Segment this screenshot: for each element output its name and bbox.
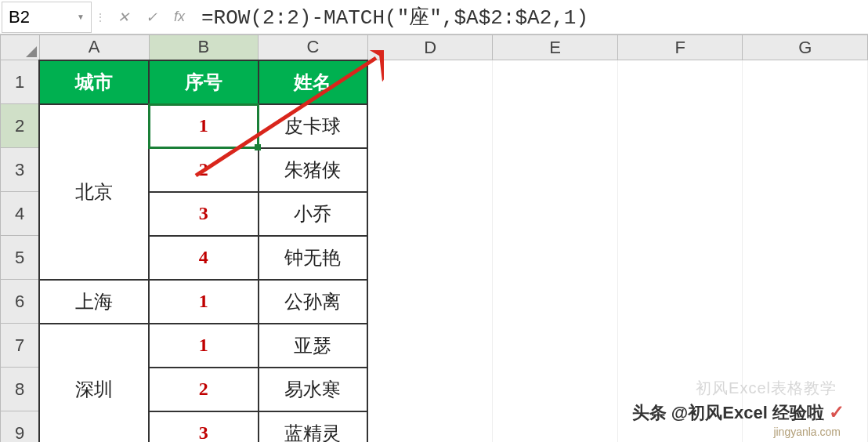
formula-bar: B2 ▼ ⋮ ✕ ✓ fx =ROW(2:2)-MATCH("座",$A$2:$… [0, 0, 868, 34]
row-header-5[interactable]: 5 [1, 236, 40, 280]
divider: ⋮ [93, 11, 107, 24]
col-header-D[interactable]: D [367, 35, 493, 60]
cell-seq[interactable]: 1 [149, 324, 259, 368]
cell-E5[interactable] [493, 236, 618, 280]
cell-F1[interactable] [617, 60, 743, 104]
cell-E6[interactable] [493, 280, 618, 324]
table-row: 2 北京 1 皮卡球 [1, 104, 868, 148]
col-header-F[interactable]: F [617, 35, 743, 60]
row-header-9[interactable]: 9 [1, 411, 40, 443]
cell-D2[interactable] [367, 104, 493, 148]
row-header-7[interactable]: 7 [1, 324, 40, 368]
cell-E2[interactable] [493, 104, 618, 148]
cell-B2-selected[interactable]: 1 [149, 104, 259, 148]
name-box[interactable]: B2 ▼ [2, 2, 92, 33]
cell-name[interactable]: 公孙离 [259, 280, 368, 324]
col-header-A[interactable]: A [39, 35, 149, 60]
cell-name[interactable]: 小乔 [259, 192, 368, 236]
cell-F2[interactable] [617, 104, 743, 148]
cell-F4[interactable] [617, 192, 743, 236]
cell-seq[interactable]: 4 [149, 236, 259, 280]
col-header-C[interactable]: C [259, 35, 368, 60]
cell-name[interactable]: 蓝精灵 [259, 411, 368, 443]
cell-D3[interactable] [367, 148, 493, 192]
cell-G4[interactable] [743, 192, 868, 236]
cell-E7[interactable] [493, 324, 618, 368]
cell-G5[interactable] [743, 236, 868, 280]
cell-G6[interactable] [743, 280, 868, 324]
cell-F7[interactable] [617, 324, 743, 368]
cell-F6[interactable] [617, 280, 743, 324]
fx-icon[interactable]: fx [170, 8, 189, 27]
cell-seq[interactable]: 3 [149, 411, 259, 443]
table-row: 6 上海 1 公孙离 [1, 280, 868, 324]
row-header-3[interactable]: 3 [1, 148, 40, 192]
watermark-3: jingyanla.com [773, 426, 841, 438]
cell-D9[interactable] [367, 411, 493, 443]
cell-seq[interactable]: 2 [149, 368, 259, 411]
cell-seq[interactable]: 3 [149, 192, 259, 236]
cell-D7[interactable] [367, 324, 493, 368]
formula-bar-buttons: ✕ ✓ fx [107, 8, 195, 27]
row-header-2[interactable]: 2 [1, 104, 40, 148]
watermark-2-text: 初风Excel 经验啦 [688, 403, 824, 422]
cell-seq[interactable]: 2 [149, 148, 259, 192]
cell-D5[interactable] [367, 236, 493, 280]
cell-name[interactable]: 易水寒 [259, 368, 368, 411]
cell-D1[interactable] [367, 60, 493, 104]
cell-city-beijing[interactable]: 北京 [39, 104, 149, 280]
watermark-2-prefix: 头条 @ [632, 403, 689, 422]
col-header-G[interactable]: G [743, 35, 868, 60]
watermark-1: 初风Excel表格教学 [696, 378, 837, 399]
row-header-1[interactable]: 1 [1, 60, 40, 104]
cell-F3[interactable] [617, 148, 743, 192]
cell-name[interactable]: 皮卡球 [259, 104, 368, 148]
cell-G2[interactable] [743, 104, 868, 148]
cell-G7[interactable] [743, 324, 868, 368]
select-all-corner[interactable] [1, 35, 40, 60]
col-header-E[interactable]: E [493, 35, 618, 60]
cell-city-shenzhen[interactable]: 深圳 [39, 324, 149, 443]
confirm-icon[interactable]: ✓ [142, 8, 161, 27]
chevron-down-icon[interactable]: ▼ [77, 13, 85, 21]
cell-G3[interactable] [743, 148, 868, 192]
cell-E3[interactable] [493, 148, 618, 192]
cell-E4[interactable] [493, 192, 618, 236]
cell-G1[interactable] [743, 60, 868, 104]
cell-E8[interactable] [493, 368, 618, 411]
cell-name[interactable]: 钟无艳 [259, 236, 368, 280]
watermark-2: 头条 @初风Excel 经验啦 ✓ [632, 401, 844, 425]
cell-E1[interactable] [493, 60, 618, 104]
header-name[interactable]: 姓名 [259, 60, 368, 104]
table-row: 7 深圳 1 亚瑟 [1, 324, 868, 368]
cancel-icon[interactable]: ✕ [114, 8, 132, 27]
formula-input[interactable]: =ROW(2:2)-MATCH("座",$A$2:$A2,1) [195, 2, 868, 33]
row-header-6[interactable]: 6 [1, 280, 40, 324]
check-icon: ✓ [829, 401, 844, 422]
cell-D4[interactable] [367, 192, 493, 236]
row-header-8[interactable]: 8 [1, 368, 40, 411]
header-city[interactable]: 城市 [39, 60, 149, 104]
name-box-value: B2 [9, 7, 30, 27]
row-header-4[interactable]: 4 [1, 192, 40, 236]
header-seq[interactable]: 序号 [149, 60, 259, 104]
cell-D6[interactable] [367, 280, 493, 324]
cell-D8[interactable] [367, 368, 493, 411]
cell-name[interactable]: 朱猪侠 [259, 148, 368, 192]
cell-F5[interactable] [617, 236, 743, 280]
column-headers-row: A B C D E F G [1, 35, 868, 60]
cell-E9[interactable] [493, 411, 618, 443]
cell-city-shanghai[interactable]: 上海 [39, 280, 149, 324]
cell-seq[interactable]: 1 [149, 280, 259, 324]
col-header-B[interactable]: B [149, 35, 259, 60]
cell-name[interactable]: 亚瑟 [259, 324, 368, 368]
table-row: 1 城市 序号 姓名 [1, 60, 868, 104]
formula-text: =ROW(2:2)-MATCH("座",$A$2:$A2,1) [201, 3, 588, 31]
